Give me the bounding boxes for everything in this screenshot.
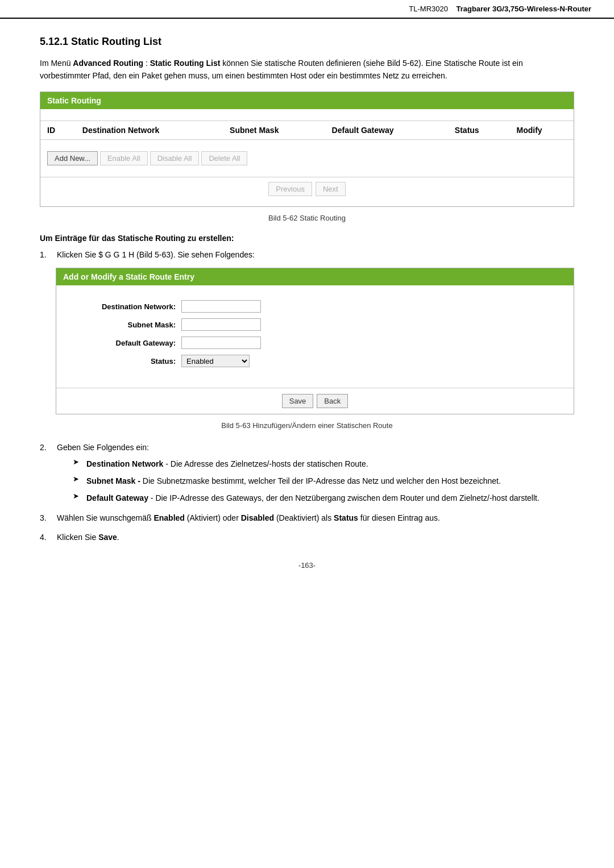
step3-bold2: Disabled	[241, 513, 274, 522]
add-new-button[interactable]: Add New...	[47, 151, 98, 165]
save-button[interactable]: Save	[282, 394, 314, 408]
step-4-number: 4.	[40, 531, 57, 543]
step4-bold: Save	[98, 533, 117, 542]
delete-all-button[interactable]: Delete All	[201, 151, 247, 165]
step-4: 4. Klicken Sie Save.	[40, 531, 574, 543]
bild-62-caption: Bild 5-62 Static Routing	[40, 214, 574, 222]
bullet-1: ➤ Destination Network - Die Adresse des …	[73, 458, 574, 470]
bullet-1-bold: Destination Network	[86, 459, 163, 468]
col-dest-network: Destination Network	[76, 121, 223, 139]
bullet-3-bold: Default Gateway	[86, 493, 148, 502]
instructions-heading: Um Einträge für das Statische Routing zu…	[40, 234, 574, 243]
page-footer: -163-	[40, 561, 574, 570]
subnet-mask-label: Subnet Mask:	[68, 321, 181, 329]
status-row: Status: Enabled Disabled	[68, 355, 562, 367]
add-modify-panel: Add or Modify a Static Route Entry Desti…	[56, 268, 574, 414]
subnet-mask-row: Subnet Mask:	[68, 318, 562, 331]
bild-63-caption: Bild 5-63 Hinzufügen/Ändern einer Statis…	[40, 421, 574, 430]
default-gateway-row: Default Gateway:	[68, 337, 562, 349]
model-title: Tragbarer 3G/3,75G-Wireless-N-Router	[456, 5, 591, 13]
step-2-number: 2.	[40, 441, 57, 454]
static-routing-panel-header: Static Routing	[40, 92, 574, 109]
step3-suffix: für diesen Eintrag aus.	[358, 513, 440, 522]
step-1-number: 1.	[40, 248, 57, 261]
static-routing-panel: Static Routing ID Destination Network Su…	[40, 92, 574, 207]
col-id: ID	[40, 121, 76, 139]
step-4-text: Klicken Sie Save.	[57, 531, 574, 543]
bullet-arrow-2: ➤	[73, 475, 84, 483]
step1-prefix: Klicken Sie $ G G 1 H	[57, 250, 136, 259]
step1-bild: Bild 5-63	[139, 250, 171, 259]
step-2-text: Geben Sie Folgendes ein:	[57, 441, 574, 454]
step4-text: Klicken Sie	[57, 533, 98, 542]
step-3: 3. Wählen Sie wunschgemäß Enabled (Aktiv…	[40, 512, 574, 524]
bullet-2-text: Subnet Mask - Die Subnetzmaske bestimmt,…	[86, 475, 501, 487]
bullet-2: ➤ Subnet Mask - Die Subnetzmaske bestimm…	[73, 475, 574, 487]
bullet-3: ➤ Default Gateway - Die IP-Adresse des G…	[73, 492, 574, 504]
page-number: -163-	[298, 561, 316, 570]
action-button-row: Add New... Enable All Disable All Delete…	[40, 146, 574, 171]
bullet-2-rest: Die Subnetzmaske bestimmt, welcher Teil …	[140, 476, 501, 485]
nav-row: Previous Next	[40, 177, 574, 201]
status-select[interactable]: Enabled Disabled	[181, 355, 250, 367]
bullet-arrow-1: ➤	[73, 458, 84, 466]
next-button[interactable]: Next	[316, 182, 346, 196]
bullet-arrow-3: ➤	[73, 492, 84, 500]
enable-all-button[interactable]: Enable All	[100, 151, 148, 165]
step-3-text: Wählen Sie wunschgemäß Enabled (Aktivier…	[57, 512, 574, 524]
col-modify: Modify	[510, 121, 574, 139]
bullet-3-rest: - Die IP-Adresse des Gateways, der den N…	[148, 493, 540, 502]
default-gateway-input[interactable]	[181, 337, 261, 349]
step4-end: .	[117, 533, 119, 542]
page-header: TL-MR3020 Tragbarer 3G/3,75G-Wireless-N-…	[0, 0, 614, 19]
bullet-3-text: Default Gateway - Die IP-Adresse des Gat…	[86, 492, 540, 504]
intro-mid: :	[143, 59, 150, 68]
destination-network-row: Destination Network:	[68, 300, 562, 313]
col-subnet-mask: Subnet Mask	[223, 121, 325, 139]
col-status: Status	[448, 121, 510, 139]
step-2-bullets: ➤ Destination Network - Die Adresse des …	[56, 458, 574, 505]
intro-text-start: Im Menü	[40, 59, 73, 68]
step1-suffix: ). Sie sehen Folgendes:	[171, 250, 255, 259]
destination-network-label: Destination Network:	[68, 302, 181, 311]
intro-paragraph: Im Menü Advanced Routing : Static Routin…	[40, 57, 574, 82]
bullet-1-text: Destination Network - Die Adresse des Zi…	[86, 458, 368, 470]
step-2: 2. Geben Sie Folgendes ein:	[40, 441, 574, 454]
add-modify-footer: Save Back	[56, 388, 574, 414]
step3-mid2: (Deaktiviert) als	[274, 513, 334, 522]
model-number: TL-MR3020	[409, 5, 448, 13]
status-label: Status:	[68, 357, 181, 366]
step3-bold1: Enabled	[154, 513, 184, 522]
bullet-1-rest: - Die Adresse des Zielnetzes/-hosts der …	[163, 459, 368, 468]
subnet-mask-input[interactable]	[181, 318, 261, 331]
add-modify-form: Destination Network: Subnet Mask: Defaul…	[56, 285, 574, 388]
routing-table: ID Destination Network Subnet Mask Defau…	[40, 121, 574, 140]
step3-bold3: Status	[334, 513, 358, 522]
static-routing-panel-body: ID Destination Network Subnet Mask Defau…	[40, 109, 574, 206]
intro-bold1: Advanced Routing	[73, 59, 143, 68]
step-1-text: Klicken Sie $ G G 1 H (Bild 5-63). Sie s…	[57, 248, 574, 261]
col-default-gw: Default Gateway	[325, 121, 448, 139]
disable-all-button[interactable]: Disable All	[150, 151, 200, 165]
step3-mid1: (Aktiviert) oder	[185, 513, 241, 522]
bullet-2-bold: Subnet Mask -	[86, 476, 140, 485]
step3-prefix: Wählen Sie wunschgemäß	[57, 513, 154, 522]
main-content: 5.12.1 Static Routing List Im Menü Advan…	[0, 19, 614, 587]
previous-button[interactable]: Previous	[268, 182, 312, 196]
back-button[interactable]: Back	[317, 394, 348, 408]
step-3-number: 3.	[40, 512, 57, 524]
step-1: 1. Klicken Sie $ G G 1 H (Bild 5-63). Si…	[40, 248, 574, 261]
intro-bold2: Static Routing List	[150, 59, 221, 68]
destination-network-input[interactable]	[181, 300, 261, 313]
default-gateway-label: Default Gateway:	[68, 339, 181, 347]
section-heading: 5.12.1 Static Routing List	[40, 36, 574, 48]
add-modify-panel-header: Add or Modify a Static Route Entry	[56, 268, 574, 285]
